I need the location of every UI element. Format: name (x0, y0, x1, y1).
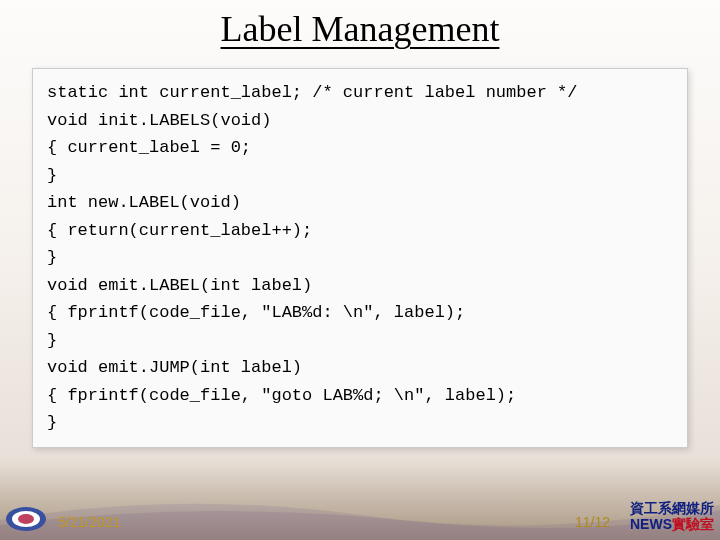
code-line: static int current_label; /* current lab… (47, 83, 578, 102)
footer: 5/21/2021 11/12 資工系網媒所 NEWS實驗室 (0, 504, 720, 534)
code-line: void emit.LABEL(int label) (47, 276, 312, 295)
code-line: { fprintf(code_file, "goto LAB%d; \n", l… (47, 386, 516, 405)
code-line: { fprintf(code_file, "LAB%d: \n", label)… (47, 303, 465, 322)
code-block: static int current_label; /* current lab… (32, 68, 688, 448)
lab-line1: 資工系網媒所 (630, 500, 714, 516)
code-line: { current_label = 0; (47, 138, 251, 157)
code-line: void init.LABELS(void) (47, 111, 271, 130)
lab-label: 資工系網媒所 NEWS實驗室 (630, 500, 714, 532)
slide-date: 5/21/2021 (58, 514, 120, 530)
logo-icon (2, 504, 50, 534)
code-line: int new.LABEL(void) (47, 193, 241, 212)
lab-line2: NEWS實驗室 (630, 516, 714, 532)
code-line: } (47, 331, 57, 350)
code-line: void emit.JUMP(int label) (47, 358, 302, 377)
code-line: } (47, 413, 57, 432)
page-number: 11/12 (575, 514, 610, 530)
code-line: } (47, 248, 57, 267)
svg-point-2 (18, 514, 34, 524)
code-line: { return(current_label++); (47, 221, 312, 240)
slide-title: Label Management (0, 0, 720, 50)
code-line: } (47, 166, 57, 185)
